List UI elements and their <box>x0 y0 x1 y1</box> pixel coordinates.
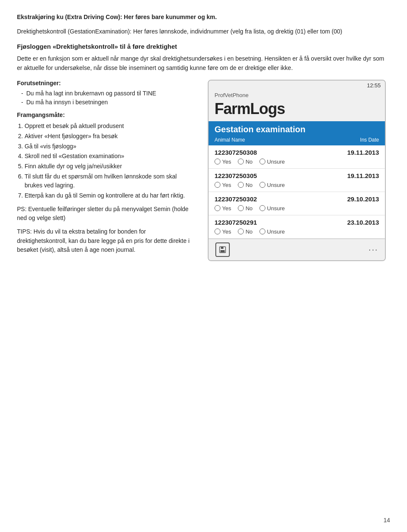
animal-row-3: 122307250302 29.10.2013 Yes No <box>209 192 385 215</box>
radio-no-3 <box>238 205 244 211</box>
heading1: Ekstrakjøring ku (Extra Driving Cow): He… <box>17 13 390 22</box>
step-4: Skroll ned til «Gestation examination» <box>25 152 195 161</box>
fjosloggen-heading: Fjøsloggen «Drektighetskontroll» til å f… <box>17 42 390 51</box>
option-unsure-label-2: Unsure <box>267 182 285 188</box>
phone-brand: ProfVetPhone <box>209 89 385 99</box>
animal-id-1: 122307250308 <box>215 149 257 156</box>
more-options-icon[interactable]: ··· <box>368 245 378 254</box>
radio-yes-1 <box>215 159 220 164</box>
prereqs-list: Du må ha lagt inn brukernavn og passord … <box>21 89 195 107</box>
page-number: 14 <box>383 517 390 524</box>
save-icon[interactable] <box>215 242 230 257</box>
animal-date-4: 23.10.2013 <box>347 219 379 226</box>
animal-id-3: 122307250302 <box>215 195 257 203</box>
radio-yes-3 <box>215 205 220 211</box>
animal-row-1: 122307250308 19.11.2013 Yes No <box>209 145 385 169</box>
option-yes-label-3: Yes <box>222 205 231 212</box>
step-6: Til slutt får du et spørsmål om hvilken … <box>25 172 195 190</box>
option-no-2[interactable]: No <box>238 182 253 188</box>
animal-date-3: 29.10.2013 <box>347 195 379 203</box>
option-no-label-1: No <box>245 159 253 165</box>
radio-yes-2 <box>215 182 220 188</box>
option-unsure-label-3: Unsure <box>267 205 285 212</box>
ps-text: PS: Eventuelle feilføringer sletter du p… <box>17 205 195 223</box>
option-yes-4[interactable]: Yes <box>215 228 231 235</box>
phone-mockup: 12:55 ProfVetPhone FarmLogs Gestation ex… <box>208 80 386 261</box>
steps-list: Opprett et besøk på aktuell produsent Ak… <box>25 122 195 201</box>
framgang-title: Framgangsmåte: <box>17 111 195 118</box>
option-unsure-2[interactable]: Unsure <box>259 182 285 188</box>
tips-text: TIPS: Hvis du vil ta ekstra betaling for… <box>17 227 195 255</box>
option-no-4[interactable]: No <box>238 228 253 235</box>
col-date: Ins Date <box>360 137 379 143</box>
step-7: Etterpå kan du gå til Semin og kontrolle… <box>25 191 195 201</box>
option-unsure-label-1: Unsure <box>267 159 285 165</box>
phone-section-header: Gestation examination <box>209 121 385 136</box>
radio-no-1 <box>238 159 244 164</box>
animal-date-2: 19.11.2013 <box>347 172 379 179</box>
animal-row-4: 122307250291 23.10.2013 Yes No <box>209 215 385 239</box>
option-unsure-3[interactable]: Unsure <box>259 205 285 212</box>
option-unsure-1[interactable]: Unsure <box>259 159 285 165</box>
radio-no-4 <box>238 228 244 234</box>
option-no-label-3: No <box>245 205 253 212</box>
phone-bottom-bar: ··· <box>209 239 385 260</box>
radio-yes-4 <box>215 228 220 234</box>
prereq-item-2: Du må ha innsyn i besetningen <box>21 98 195 107</box>
option-unsure-label-4: Unsure <box>267 228 285 235</box>
animal-row-2: 122307250305 19.11.2013 Yes No <box>209 169 385 192</box>
option-yes-2[interactable]: Yes <box>215 182 231 188</box>
step-5: Finn aktulle dyr og velg ja/nei/usikker <box>25 162 195 171</box>
prereqs-title: Forutsetninger: <box>17 80 195 86</box>
radio-no-2 <box>238 182 244 188</box>
animal-id-4: 122307250291 <box>215 219 257 226</box>
option-unsure-4[interactable]: Unsure <box>259 228 285 235</box>
svg-rect-1 <box>221 247 223 249</box>
radio-unsure-3 <box>259 205 265 211</box>
phone-app-title: FarmLogs <box>209 99 385 121</box>
step-3: Gå til «vis fjøslogg» <box>25 142 195 151</box>
radio-unsure-2 <box>259 182 265 188</box>
option-no-label-4: No <box>245 228 253 235</box>
animal-id-2: 122307250305 <box>215 172 257 179</box>
option-yes-label-2: Yes <box>222 182 231 188</box>
option-no-3[interactable]: No <box>238 205 253 212</box>
col-animal: Animal Name <box>215 137 245 143</box>
radio-unsure-4 <box>259 228 265 234</box>
option-yes-label-1: Yes <box>222 159 231 165</box>
phone-column-headers: Animal Name Ins Date <box>209 136 385 145</box>
step-1: Opprett et besøk på aktuell produsent <box>25 122 195 131</box>
svg-rect-2 <box>220 250 225 252</box>
fjosloggen-desc: Dette er en funksjon som er aktuell når … <box>17 54 390 72</box>
option-yes-label-4: Yes <box>222 228 231 235</box>
prereq-item-1: Du må ha lagt inn brukernavn og passord … <box>21 89 195 98</box>
heading2: Drektighetskontroll (GestationExaminatio… <box>17 27 390 36</box>
phone-time: 12:55 <box>367 82 381 89</box>
option-yes-1[interactable]: Yes <box>215 159 231 165</box>
option-no-1[interactable]: No <box>238 159 253 165</box>
step-2: Aktiver «Hent fjøslogger» fra besøk <box>25 132 195 141</box>
phone-body: 122307250308 19.11.2013 Yes No <box>209 145 385 239</box>
option-yes-3[interactable]: Yes <box>215 205 231 212</box>
animal-date-1: 19.11.2013 <box>347 149 379 156</box>
radio-unsure-1 <box>259 159 265 164</box>
option-no-label-2: No <box>245 182 253 188</box>
